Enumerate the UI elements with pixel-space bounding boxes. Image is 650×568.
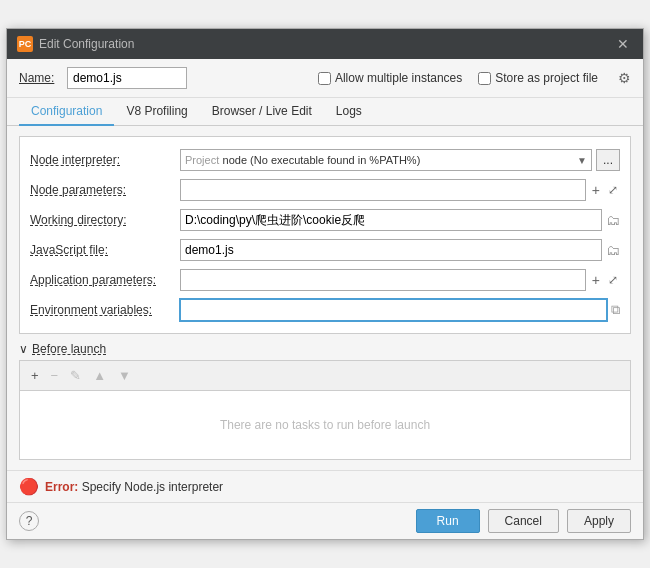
launch-add-button[interactable]: + [26, 365, 44, 386]
js-file-label: JavaScript file: [30, 243, 180, 257]
node-params-input[interactable] [180, 179, 586, 201]
error-prefix: Error: [45, 480, 78, 494]
env-vars-row: Environment variables: ⧉ [20, 295, 630, 325]
apply-button[interactable]: Apply [567, 509, 631, 533]
footer-buttons: Run Cancel Apply [416, 509, 631, 533]
interpreter-browse-button[interactable]: ... [596, 149, 620, 171]
tab-configuration[interactable]: Configuration [19, 98, 114, 126]
interpreter-select[interactable]: Project node (No executable found in %PA… [180, 149, 592, 171]
launch-empty-text: There are no tasks to run before launch [220, 418, 430, 432]
before-launch-toggle[interactable]: ∨ [19, 342, 28, 356]
tab-browser-live-edit[interactable]: Browser / Live Edit [200, 98, 324, 126]
working-dir-folder-icon[interactable]: 🗂 [606, 212, 620, 228]
error-icon: 🔴 [19, 477, 39, 496]
name-row: Name: Allow multiple instances Store as … [7, 59, 643, 98]
node-interpreter-row: Node interpreter: Project node (No execu… [20, 145, 630, 175]
node-interpreter-label: Node interpreter: [30, 153, 180, 167]
app-params-row: Application parameters: + ⤢ [20, 265, 630, 295]
store-project-label: Store as project file [495, 71, 598, 85]
working-dir-value: 🗂 [180, 209, 620, 231]
store-project-checkbox[interactable] [478, 72, 491, 85]
tab-v8-profiling[interactable]: V8 Profiling [114, 98, 199, 126]
js-file-row: JavaScript file: 🗂 [20, 235, 630, 265]
env-vars-copy-icon[interactable]: ⧉ [611, 302, 620, 318]
dialog-title: Edit Configuration [39, 37, 134, 51]
launch-down-button[interactable]: ▼ [113, 365, 136, 386]
title-bar-left: PC Edit Configuration [17, 36, 134, 52]
form-section: Node interpreter: Project node (No execu… [19, 136, 631, 334]
node-params-label: Node parameters: [30, 183, 180, 197]
store-project-item: Store as project file [478, 71, 598, 85]
tab-logs[interactable]: Logs [324, 98, 374, 126]
env-vars-value: ⧉ [180, 299, 620, 321]
launch-empty-area: There are no tasks to run before launch [19, 390, 631, 460]
error-message: Specify Node.js interpreter [82, 480, 223, 494]
app-params-expand-icon[interactable]: ⤢ [606, 273, 620, 287]
gear-icon[interactable]: ⚙ [618, 70, 631, 86]
content-area: Node interpreter: Project node (No execu… [7, 126, 643, 470]
cancel-button[interactable]: Cancel [488, 509, 559, 533]
before-launch-label: Before launch [32, 342, 106, 356]
launch-toolbar: + − ✎ ▲ ▼ [19, 360, 631, 390]
launch-remove-button[interactable]: − [46, 365, 64, 386]
app-icon: PC [17, 36, 33, 52]
node-params-add-icon[interactable]: + [590, 182, 602, 198]
tabs: Configuration V8 Profiling Browser / Liv… [7, 98, 643, 126]
node-interpreter-value: Project node (No executable found in %PA… [180, 149, 620, 171]
app-params-add-icon[interactable]: + [590, 272, 602, 288]
working-dir-label: Working directory: [30, 213, 180, 227]
before-launch-header: ∨ Before launch [19, 342, 631, 356]
before-launch-section: ∨ Before launch + − ✎ ▲ ▼ There are no t… [19, 342, 631, 460]
node-params-row: Node parameters: + ⤢ [20, 175, 630, 205]
name-label: Name: [19, 71, 59, 85]
run-button[interactable]: Run [416, 509, 480, 533]
close-button[interactable]: ✕ [613, 34, 633, 54]
dropdown-arrow-icon: ▼ [577, 155, 587, 166]
edit-configuration-dialog: PC Edit Configuration ✕ Name: Allow mult… [6, 28, 644, 540]
node-params-value: + ⤢ [180, 179, 620, 201]
allow-multiple-item: Allow multiple instances [318, 71, 462, 85]
working-dir-row: Working directory: 🗂 [20, 205, 630, 235]
working-dir-input[interactable] [180, 209, 602, 231]
js-file-value: 🗂 [180, 239, 620, 261]
node-params-expand-icon[interactable]: ⤢ [606, 183, 620, 197]
allow-multiple-label: Allow multiple instances [335, 71, 462, 85]
js-file-input[interactable] [180, 239, 602, 261]
launch-up-button[interactable]: ▲ [88, 365, 111, 386]
error-text: Error: Specify Node.js interpreter [45, 480, 223, 494]
app-params-input[interactable] [180, 269, 586, 291]
project-badge: Project [185, 154, 219, 166]
title-bar: PC Edit Configuration ✕ [7, 29, 643, 59]
js-file-folder-icon[interactable]: 🗂 [606, 242, 620, 258]
app-params-value: + ⤢ [180, 269, 620, 291]
interpreter-text: node (No executable found in %PATH%) [223, 154, 421, 166]
launch-edit-button[interactable]: ✎ [65, 365, 86, 386]
app-params-label: Application parameters: [30, 273, 180, 287]
env-vars-input[interactable] [180, 299, 607, 321]
error-bar: 🔴 Error: Specify Node.js interpreter [7, 470, 643, 502]
allow-multiple-checkbox[interactable] [318, 72, 331, 85]
checkbox-group: Allow multiple instances Store as projec… [318, 70, 631, 86]
env-vars-label: Environment variables: [30, 303, 180, 317]
name-input[interactable] [67, 67, 187, 89]
help-button[interactable]: ? [19, 511, 39, 531]
footer: ? Run Cancel Apply [7, 502, 643, 539]
